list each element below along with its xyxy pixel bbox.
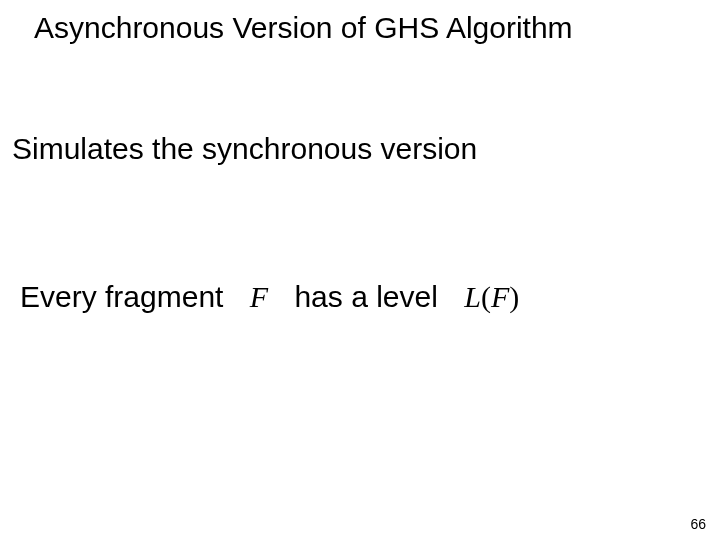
math-arg-F: F [491,280,509,313]
math-symbol-F: F [250,280,268,313]
math-open-paren: ( [481,280,491,313]
body-line-2: Every fragment F has a level L(F) [20,280,519,314]
line2-prefix: Every fragment [20,280,223,313]
math-expression-LF: L(F) [464,280,519,313]
math-func-L: L [464,280,481,313]
math-close-paren: ) [509,280,519,313]
body-line-1: Simulates the synchronous version [12,132,477,166]
slide: Asynchronous Version of GHS Algorithm Si… [0,0,720,540]
line2-middle: has a level [294,280,437,313]
slide-title: Asynchronous Version of GHS Algorithm [34,10,700,46]
page-number: 66 [690,516,706,532]
